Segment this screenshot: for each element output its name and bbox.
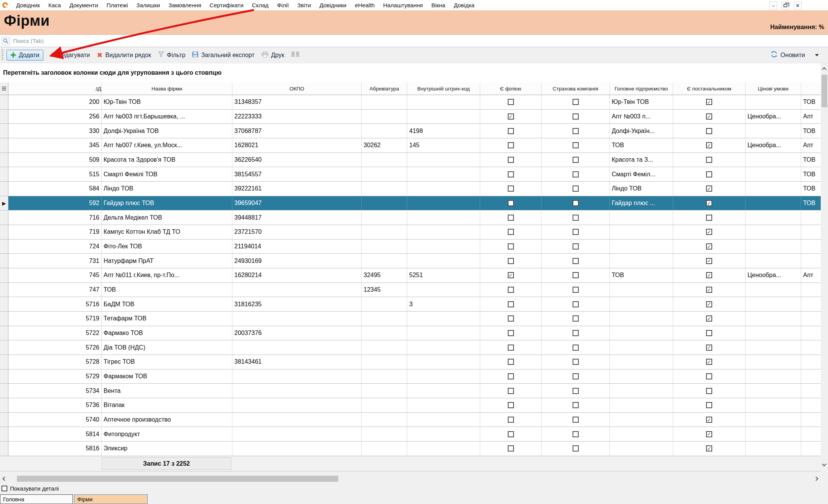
checkbox-unchecked-icon[interactable]: [573, 200, 579, 206]
scroll-up-icon[interactable]: [822, 67, 826, 71]
checkbox-checked-icon[interactable]: [706, 113, 712, 120]
checkbox-unchecked-icon[interactable]: [573, 229, 579, 235]
checkbox-unchecked-icon[interactable]: [573, 315, 579, 322]
checkbox-checked-icon[interactable]: [706, 345, 712, 351]
checkbox-checked-icon[interactable]: [706, 431, 712, 437]
table-row[interactable]: 509 Красота та Здоров'я ТОВ 36226540 Кра…: [0, 153, 821, 167]
checkbox-unchecked-icon[interactable]: [573, 258, 579, 264]
checkbox-unchecked-icon[interactable]: [508, 345, 514, 351]
menu-item-1[interactable]: Довідник: [12, 2, 44, 8]
vertical-scrollbar-thumb[interactable]: [821, 75, 827, 107]
menu-item-14[interactable]: Вікна: [427, 2, 450, 8]
table-row[interactable]: 716 Дельта Медікел ТОВ 39448817: [0, 210, 821, 225]
checkbox-unchecked-icon[interactable]: [706, 128, 712, 134]
checkbox-unchecked-icon[interactable]: [573, 417, 579, 423]
checkbox-unchecked-icon[interactable]: [706, 373, 712, 379]
filter-button[interactable]: Фільтр: [155, 50, 189, 60]
menu-item-10[interactable]: Звіти: [293, 2, 315, 8]
checkbox-checked-icon[interactable]: [706, 359, 712, 365]
table-row[interactable]: 731 Натурфарм ПрАТ 24930169: [0, 254, 821, 268]
table-row[interactable]: 5719 Тетафарм ТОВ: [0, 312, 821, 326]
checkbox-checked-icon[interactable]: [706, 142, 712, 148]
scroll-left-icon[interactable]: [2, 476, 7, 481]
menu-item-9[interactable]: Філії: [273, 2, 293, 8]
group-by-panel[interactable]: Перетягніть заголовок колонки сюди для у…: [0, 63, 821, 82]
checkbox-unchecked-icon[interactable]: [508, 301, 514, 307]
print-button[interactable]: Друк: [258, 50, 288, 61]
checkbox-unchecked-icon[interactable]: [508, 417, 514, 423]
scroll-down-icon[interactable]: [822, 462, 826, 466]
table-row[interactable]: 200 Юр-Твін ТОВ 31348357 Юр-Твін ТОВ ТОВ: [0, 95, 821, 110]
checkbox-unchecked-icon[interactable]: [508, 373, 514, 379]
column-header-abbr[interactable]: Абревіатура: [362, 82, 407, 95]
checkbox-unchecked-icon[interactable]: [508, 287, 514, 293]
checkbox-unchecked-icon[interactable]: [508, 229, 514, 235]
table-row[interactable]: 5816 Эликсир: [0, 442, 821, 456]
checkbox-unchecked-icon[interactable]: [573, 215, 579, 221]
horizontal-scrollbar-thumb[interactable]: [17, 476, 338, 482]
checkbox-unchecked-icon[interactable]: [573, 113, 579, 120]
checkbox-unchecked-icon[interactable]: [573, 330, 579, 336]
checkbox-unchecked-icon[interactable]: [573, 388, 579, 394]
checkbox-unchecked-icon[interactable]: [508, 402, 514, 408]
refresh-dropdown-icon[interactable]: [815, 54, 819, 56]
table-row[interactable]: 5734 Вента: [0, 384, 821, 398]
checkbox-unchecked-icon[interactable]: [508, 142, 514, 148]
checkbox-unchecked-icon[interactable]: [508, 128, 514, 134]
menu-item-7[interactable]: Сертифікати: [206, 2, 248, 8]
column-header-okpo[interactable]: ОКПО: [232, 82, 362, 95]
table-row[interactable]: 719 Кампус Коттон Клаб ТД ТО 23721570: [0, 225, 821, 240]
close-button[interactable]: ×: [794, 2, 802, 10]
checkbox-checked-icon[interactable]: [508, 272, 514, 278]
scroll-right-icon[interactable]: [814, 476, 818, 481]
checkbox-unchecked-icon[interactable]: [573, 345, 579, 351]
column-chooser-button[interactable]: [288, 50, 303, 60]
checkbox-unchecked-icon[interactable]: [508, 445, 514, 451]
table-row[interactable]: ▶ 592 Гайдар плюс ТОВ 39659047 Гайдар пл…: [0, 196, 821, 211]
column-header-barcode[interactable]: Внутрішній штрих-код: [407, 82, 480, 95]
checkbox-unchecked-icon[interactable]: [706, 402, 712, 408]
checkbox-checked-icon[interactable]: [508, 113, 514, 120]
table-row[interactable]: 5740 Аптечное производство: [0, 413, 821, 427]
checkbox-unchecked-icon[interactable]: [573, 186, 579, 192]
checkbox-unchecked-icon[interactable]: [508, 258, 514, 264]
checkbox-unchecked-icon[interactable]: [508, 186, 514, 192]
table-row[interactable]: 345 Апт №007 г.Киев, ул.Моск... 1628021 …: [0, 138, 821, 153]
checkbox-checked-icon[interactable]: [706, 200, 712, 206]
checkbox-unchecked-icon[interactable]: [508, 157, 514, 163]
refresh-button[interactable]: Оновити: [767, 49, 808, 61]
checkbox-unchecked-icon[interactable]: [573, 272, 579, 278]
checkbox-unchecked-icon[interactable]: [573, 431, 579, 437]
checkbox-unchecked-icon[interactable]: [573, 99, 579, 105]
add-button[interactable]: ✚ Додати: [7, 50, 43, 61]
checkbox-unchecked-icon[interactable]: [573, 243, 579, 250]
column-header-id[interactable]: ІД △: [8, 82, 102, 95]
minimize-button[interactable]: –: [769, 2, 777, 10]
tab-firms[interactable]: Фірми: [74, 494, 148, 504]
checkbox-unchecked-icon[interactable]: [508, 388, 514, 394]
header-corner-cell[interactable]: [0, 82, 8, 95]
menu-item-5[interactable]: Залишки: [132, 2, 165, 8]
checkbox-unchecked-icon[interactable]: [573, 402, 579, 408]
vertical-scrollbar[interactable]: [821, 63, 828, 471]
menu-item-6[interactable]: Замовлення: [164, 2, 205, 8]
table-row[interactable]: 5716 БаДМ ТОВ 31816235 3: [0, 297, 821, 312]
checkbox-checked-icon[interactable]: [706, 315, 712, 322]
checkbox-unchecked-icon[interactable]: [573, 128, 579, 134]
table-row[interactable]: 330 Долфі-Україна ТОВ 37068787 4198 Долф…: [0, 124, 821, 138]
menu-item-12[interactable]: eHealth: [351, 2, 379, 8]
menu-item-15[interactable]: Довідка: [449, 2, 479, 8]
checkbox-unchecked-icon[interactable]: [573, 142, 579, 148]
export-button[interactable]: Загальний експорт: [189, 50, 258, 61]
table-row[interactable]: 5726 Діа ТОВ (НДС): [0, 340, 821, 355]
column-header-name[interactable]: Назва фірми: [102, 82, 232, 95]
table-row[interactable]: 5736 Вітапак: [0, 398, 821, 413]
menu-item-2[interactable]: Каса: [44, 2, 65, 8]
checkbox-unchecked-icon[interactable]: [508, 330, 514, 336]
show-details-checkbox[interactable]: [2, 486, 7, 491]
checkbox-unchecked-icon[interactable]: [508, 315, 514, 322]
checkbox-unchecked-icon[interactable]: [508, 99, 514, 105]
checkbox-unchecked-icon[interactable]: [573, 445, 579, 451]
checkbox-unchecked-icon[interactable]: [706, 388, 712, 394]
table-row[interactable]: 5722 Фармако ТОВ 20037376: [0, 326, 821, 341]
